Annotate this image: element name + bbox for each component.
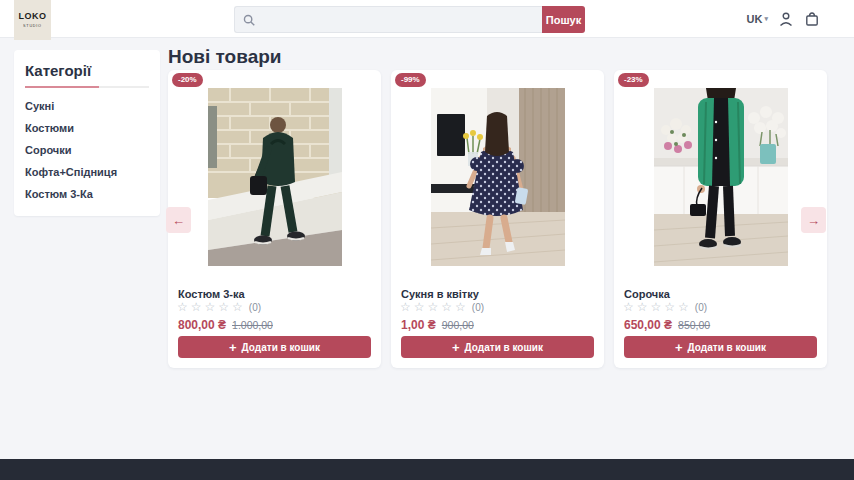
star-icon: ☆	[455, 301, 466, 313]
add-to-cart-button[interactable]: + Додати в кошик	[178, 336, 371, 358]
star-icon: ☆	[218, 301, 229, 313]
chevron-down-icon: ▾	[764, 15, 768, 23]
logo-subtitle: STUDIO	[23, 24, 42, 28]
product-image[interactable]	[208, 88, 342, 266]
carousel-next-button[interactable]: →	[801, 207, 826, 233]
sidebar-title: Категорії	[25, 62, 149, 79]
discount-badge: -99%	[395, 73, 426, 87]
carousel-prev-button[interactable]: ←	[166, 207, 191, 233]
star-icon: ☆	[637, 301, 648, 313]
logo[interactable]: LOKO STUDIO	[14, 0, 51, 40]
footer	[0, 459, 854, 480]
rating-stars: ☆ ☆ ☆ ☆ ☆ (0)	[623, 301, 707, 313]
sidebar-title-underline	[25, 86, 149, 88]
cart-icon	[804, 11, 820, 27]
search-bar: Пошук	[234, 6, 585, 33]
star-icon: ☆	[414, 301, 425, 313]
product-card: -20%	[168, 70, 381, 368]
product-title[interactable]: Сорочка	[624, 288, 670, 300]
product-image[interactable]	[654, 88, 788, 266]
price-current: 650,00 ₴	[624, 318, 672, 332]
language-switcher[interactable]: UK ▾	[747, 13, 768, 25]
discount-badge: -23%	[618, 73, 649, 87]
product-carousel: -20%	[168, 70, 827, 368]
star-icon: ☆	[678, 301, 689, 313]
add-to-cart-button[interactable]: + Додати в кошик	[624, 336, 817, 358]
star-icon: ☆	[428, 301, 439, 313]
rating-count: (0)	[249, 302, 261, 313]
page-title: Нові товари	[168, 46, 282, 68]
page: LOKO STUDIO Пошук UK ▾	[0, 0, 854, 480]
star-icon: ☆	[400, 301, 411, 313]
add-to-cart-label: Додати в кошик	[688, 342, 766, 353]
price-old: 900,00	[442, 319, 474, 331]
product-card: -23%	[614, 70, 827, 368]
header-actions: UK ▾	[747, 0, 820, 38]
price-row: 1,00 ₴ 900,00	[401, 318, 474, 332]
add-to-cart-label: Додати в кошик	[465, 342, 543, 353]
star-icon: ☆	[441, 301, 452, 313]
rating-stars: ☆ ☆ ☆ ☆ ☆ (0)	[177, 301, 261, 313]
product-image[interactable]	[431, 88, 565, 266]
star-icon: ☆	[623, 301, 634, 313]
plus-icon: +	[452, 341, 460, 354]
sidebar-item-kostyumy[interactable]: Костюми	[25, 122, 149, 135]
sidebar-item-sorochky[interactable]: Сорочки	[25, 144, 149, 157]
sidebar-item-sukni[interactable]: Сукні	[25, 100, 149, 113]
star-icon: ☆	[651, 301, 662, 313]
add-to-cart-button[interactable]: + Додати в кошик	[401, 336, 594, 358]
categories-panel: Категорії Сукні Костюми Сорочки Кофта+Сп…	[14, 50, 160, 216]
account-button[interactable]	[778, 11, 794, 27]
search-button[interactable]: Пошук	[542, 6, 585, 33]
product-title[interactable]: Сукня в квітку	[401, 288, 479, 300]
language-label: UK	[747, 13, 763, 25]
star-icon: ☆	[177, 301, 188, 313]
price-current: 1,00 ₴	[401, 318, 436, 332]
star-icon: ☆	[191, 301, 202, 313]
cart-button[interactable]	[804, 11, 820, 27]
discount-badge: -20%	[172, 73, 203, 87]
price-old: 850,00	[678, 319, 710, 331]
price-old: 1.000,00	[232, 319, 273, 331]
product-card: -99%	[391, 70, 604, 368]
arrow-left-icon: ←	[172, 213, 185, 228]
user-icon	[778, 11, 794, 27]
rating-count: (0)	[695, 302, 707, 313]
plus-icon: +	[229, 341, 237, 354]
plus-icon: +	[675, 341, 683, 354]
rating-count: (0)	[472, 302, 484, 313]
sidebar-item-kostyum-3-ka[interactable]: Костюм 3-Ка	[25, 188, 149, 201]
price-row: 800,00 ₴ 1.000,00	[178, 318, 273, 332]
star-icon: ☆	[205, 301, 216, 313]
logo-title: LOKO	[19, 12, 47, 21]
search-input-box	[234, 6, 542, 33]
price-current: 800,00 ₴	[178, 318, 226, 332]
star-icon: ☆	[664, 301, 675, 313]
search-input[interactable]	[256, 14, 542, 26]
search-icon	[242, 13, 256, 27]
product-title[interactable]: Костюм 3-ка	[178, 288, 245, 300]
sidebar-item-kofta-spidnytsia[interactable]: Кофта+Спідниця	[25, 166, 149, 179]
rating-stars: ☆ ☆ ☆ ☆ ☆ (0)	[400, 301, 484, 313]
add-to-cart-label: Додати в кошик	[242, 342, 320, 353]
star-icon: ☆	[232, 301, 243, 313]
arrow-right-icon: →	[807, 213, 820, 228]
price-row: 650,00 ₴ 850,00	[624, 318, 710, 332]
